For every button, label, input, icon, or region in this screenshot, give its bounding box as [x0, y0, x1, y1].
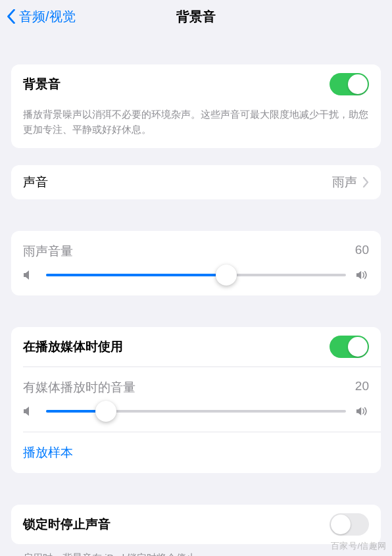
sound-label: 声音	[23, 174, 48, 191]
background-sounds-row: 背景音	[11, 64, 381, 104]
use-with-media-toggle[interactable]	[330, 336, 369, 358]
stop-when-locked-toggle[interactable]	[330, 513, 369, 536]
background-sounds-label: 背景音	[23, 76, 61, 93]
stop-when-locked-row: 锁定时停止声音	[11, 505, 381, 544]
volume-high-icon	[356, 269, 369, 281]
sound-value: 雨声	[332, 174, 357, 191]
play-sample-button[interactable]: 播放样本	[11, 432, 381, 473]
background-sounds-toggle[interactable]	[330, 73, 369, 95]
media-card: 在播放媒体时使用 有媒体播放时的音量 20 播放样本	[11, 327, 381, 473]
volume-slider[interactable]	[46, 274, 346, 276]
lock-card: 锁定时停止声音	[11, 505, 381, 544]
volume-card: 雨声音量 60	[11, 231, 381, 295]
use-with-media-row: 在播放媒体时使用	[11, 327, 381, 366]
volume-high-icon	[356, 405, 369, 417]
volume-label: 雨声音量	[23, 243, 73, 260]
watermark: 百家号/信趣网	[331, 540, 387, 552]
background-sounds-card: 背景音 播放背景噪声以消弭不必要的环境杂声。这些声音可最大限度地减少干扰，助您更…	[11, 64, 381, 148]
nav-bar: 音频/视觉 背景音	[0, 0, 392, 33]
volume-low-icon	[23, 406, 36, 417]
back-button[interactable]: 音频/视觉	[7, 8, 76, 26]
chevron-left-icon	[7, 9, 16, 24]
media-volume-value: 20	[355, 379, 369, 396]
stop-when-locked-desc: 启用时，背景音在 iPad 锁定时将会停止。	[11, 544, 381, 557]
use-with-media-label: 在播放媒体时使用	[23, 338, 123, 355]
sound-select-row[interactable]: 声音 雨声	[11, 165, 381, 199]
stop-when-locked-label: 锁定时停止声音	[23, 516, 110, 533]
sound-card: 声音 雨声	[11, 165, 381, 199]
volume-value: 60	[355, 243, 369, 260]
back-label: 音频/视觉	[19, 8, 76, 26]
media-volume-label: 有媒体播放时的音量	[23, 379, 135, 396]
volume-low-icon	[23, 270, 36, 280]
chevron-right-icon	[362, 177, 369, 188]
background-sounds-desc: 播放背景噪声以消弭不必要的环境杂声。这些声音可最大限度地减少干扰，助您更加专注、…	[11, 104, 381, 148]
media-volume-slider[interactable]	[46, 410, 346, 413]
